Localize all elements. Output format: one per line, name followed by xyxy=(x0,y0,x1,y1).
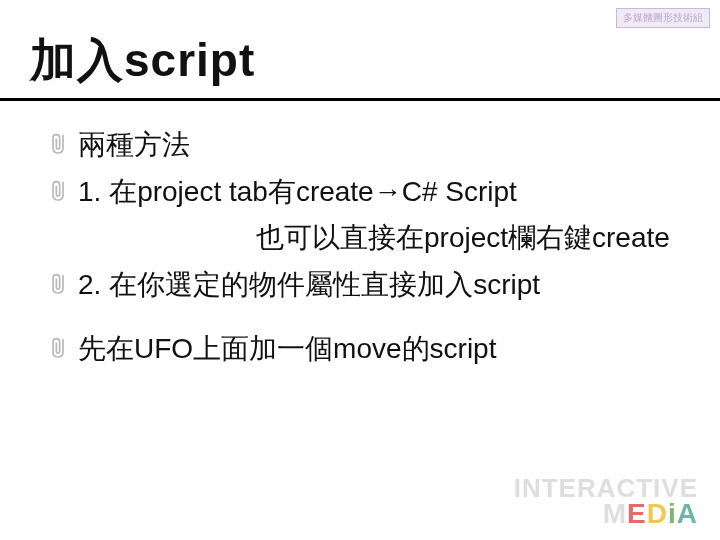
paperclip-icon xyxy=(48,335,68,363)
header-badge: 多媒體圖形技術組 xyxy=(616,8,710,28)
logo-letter-m: M xyxy=(603,498,627,529)
footer-line2: MEDiA xyxy=(514,501,698,526)
paperclip-icon xyxy=(48,131,68,159)
content-area: 兩種方法 1. 在project tab有create→C# Script 也可… xyxy=(0,101,720,370)
logo-letter-i: i xyxy=(668,498,677,529)
slide-title: 加入script xyxy=(30,30,720,92)
indented-text: 也可以直接在project欄右鍵create xyxy=(256,218,690,259)
bullet-text: 兩種方法 xyxy=(78,125,190,166)
bullet-text: 1. 在project tab有create→C# Script xyxy=(78,172,517,213)
list-item: 先在UFO上面加一個move的script xyxy=(48,329,690,370)
logo-letter-d: D xyxy=(647,498,668,529)
list-item: 1. 在project tab有create→C# Script xyxy=(48,172,690,213)
bullet-text: 先在UFO上面加一個move的script xyxy=(78,329,496,370)
title-area: 加入script xyxy=(0,0,720,92)
logo-letter-e: E xyxy=(627,498,647,529)
logo-letter-a: A xyxy=(677,498,698,529)
list-item: 2. 在你選定的物件屬性直接加入script xyxy=(48,265,690,306)
paperclip-icon xyxy=(48,178,68,206)
bullet-text: 2. 在你選定的物件屬性直接加入script xyxy=(78,265,540,306)
list-item: 兩種方法 xyxy=(48,125,690,166)
footer-logo: INTERACTIVE MEDiA xyxy=(514,477,698,526)
paperclip-icon xyxy=(48,271,68,299)
